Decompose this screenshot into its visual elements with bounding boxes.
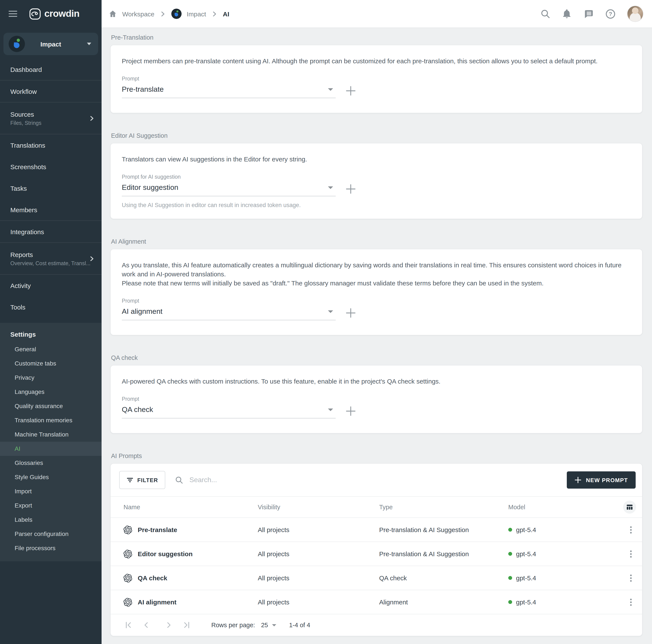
sidebar-item-ai[interactable]: AI <box>0 442 102 456</box>
crowdin-logo[interactable]: crowdin <box>29 8 79 20</box>
rows-per-page-select[interactable]: 25 <box>261 622 268 628</box>
openai-icon <box>124 598 132 606</box>
hamburger-menu-icon[interactable] <box>0 9 26 19</box>
breadcrumb-project-avatar <box>171 9 182 19</box>
new-prompt-button-label: NEW PROMPT <box>586 477 628 483</box>
section-title-ai-prompts: AI Prompts <box>111 452 643 459</box>
chevron-right-icon <box>211 10 218 17</box>
qa-check-description: AI-powered QA checks with custom instruc… <box>122 377 631 386</box>
chevron-down-icon <box>87 43 91 45</box>
filter-button[interactable]: FILTER <box>119 471 165 489</box>
table-header: Name Visibility Type Model <box>111 497 642 517</box>
chevron-down-icon[interactable] <box>272 624 276 626</box>
sidebar-item-tools[interactable]: Tools <box>0 296 102 318</box>
add-prompt-icon[interactable] <box>345 183 356 194</box>
editor-suggestion-description: Translators can view AI suggestions in t… <box>122 155 631 164</box>
sidebar-item-general[interactable]: General <box>0 342 102 356</box>
prompts-toolbar: FILTER NEW PROMPT <box>111 464 642 497</box>
notifications-bell-icon[interactable] <box>562 9 572 19</box>
card-ai-prompts: FILTER NEW PROMPT Name <box>110 463 643 636</box>
sidebar-item-labels[interactable]: Labels <box>0 513 102 527</box>
filter-button-label: FILTER <box>137 477 158 483</box>
table-row[interactable]: Pre-translate All projects Pre-translati… <box>111 517 642 541</box>
messages-icon[interactable] <box>583 8 594 19</box>
sidebar-item-reports-sub: Overview, Cost estimate, Transl... <box>10 260 92 266</box>
topbar-actions: ? <box>540 6 643 22</box>
row-menu-icon[interactable] <box>626 525 636 535</box>
sidebar-item-file-processors[interactable]: File processors <box>0 541 102 555</box>
user-avatar[interactable] <box>627 6 643 22</box>
qa-check-prompt-select[interactable]: QA check <box>122 402 336 419</box>
project-switcher[interactable]: Impact <box>3 33 98 55</box>
sidebar-item-glossaries[interactable]: Glossaries <box>0 456 102 470</box>
sidebar-item-export[interactable]: Export <box>0 499 102 513</box>
add-prompt-icon[interactable] <box>345 85 356 97</box>
next-page-icon[interactable] <box>164 620 173 630</box>
sidebar-item-style-guides[interactable]: Style Guides <box>0 470 102 484</box>
sidebar-item-parser-configuration[interactable]: Parser configuration <box>0 527 102 541</box>
sidebar-item-workflow[interactable]: Workflow <box>0 80 102 102</box>
column-header-type: Type <box>379 504 508 511</box>
sidebar-item-tasks[interactable]: Tasks <box>0 177 102 199</box>
row-menu-icon[interactable] <box>626 573 636 583</box>
sidebar-item-machine-translation[interactable]: Machine Translation <box>0 427 102 442</box>
qa-check-prompt-value: QA check <box>122 405 153 414</box>
prompt-type: Alignment <box>379 598 508 606</box>
filter-icon <box>127 477 133 483</box>
ai-alignment-prompt-select[interactable]: AI alignment <box>122 304 336 320</box>
sidebar-item-languages[interactable]: Languages <box>0 385 102 399</box>
editor-suggestion-prompt-value: Editor suggestion <box>122 183 179 192</box>
sidebar-item-quality-assurance[interactable]: Quality assurance <box>0 399 102 413</box>
prompt-visibility: All projects <box>258 574 379 582</box>
sidebar-item-members[interactable]: Members <box>0 199 102 220</box>
first-page-icon[interactable] <box>124 620 133 630</box>
breadcrumb-current: AI <box>223 10 229 18</box>
new-prompt-button[interactable]: NEW PROMPT <box>567 472 636 489</box>
breadcrumb: Workspace Impact AI <box>108 9 229 19</box>
search-icon[interactable] <box>540 9 550 19</box>
previous-page-icon[interactable] <box>142 620 151 630</box>
prompt-model: gpt-5.4 <box>516 598 536 606</box>
sidebar-item-sources[interactable]: Sources Files, Strings <box>0 103 102 134</box>
prompt-field-label: Prompt <box>122 76 631 82</box>
search-input[interactable] <box>189 476 567 484</box>
table-row[interactable]: AI alignment All projects Alignment gpt-… <box>111 590 642 614</box>
sidebar-settings-title: Settings <box>0 327 102 342</box>
breadcrumb-project[interactable]: Impact <box>187 10 206 18</box>
sidebar-item-translation-memories[interactable]: Translation memories <box>0 413 102 427</box>
section-title-editor-ai-suggestion: Editor AI Suggestion <box>111 132 643 139</box>
sidebar-nav: Dashboard Workflow Sources Files, String… <box>0 58 102 318</box>
model-status-dot <box>508 576 512 580</box>
pre-translation-prompt-value: Pre-translate <box>122 85 164 93</box>
breadcrumb-workspace[interactable]: Workspace <box>122 10 155 18</box>
sidebar-item-translations[interactable]: Translations <box>0 134 102 156</box>
sidebar-item-customize-tabs[interactable]: Customize tabs <box>0 356 102 371</box>
home-icon[interactable] <box>108 9 117 18</box>
sidebar-item-screenshots[interactable]: Screenshots <box>0 156 102 177</box>
sidebar-item-privacy[interactable]: Privacy <box>0 371 102 385</box>
sidebar-item-dashboard[interactable]: Dashboard <box>0 58 102 80</box>
help-icon[interactable]: ? <box>605 8 616 19</box>
columns-icon <box>626 503 633 511</box>
sidebar-item-activity[interactable]: Activity <box>0 275 102 296</box>
crowdin-logo-icon <box>29 8 41 20</box>
table-row[interactable]: QA check All projects QA check gpt-5.4 <box>111 566 642 590</box>
prompt-model: gpt-5.4 <box>516 550 536 558</box>
editor-suggestion-prompt-select[interactable]: Editor suggestion <box>122 180 336 196</box>
table-row[interactable]: Editor suggestion All projects Pre-trans… <box>111 541 642 566</box>
pre-translation-prompt-select[interactable]: Pre-translate <box>122 82 336 98</box>
column-settings-button[interactable] <box>623 501 636 514</box>
prompt-model: gpt-5.4 <box>516 526 536 533</box>
sidebar: crowdin Impact Dashboard Workflow Source… <box>0 0 102 644</box>
add-prompt-icon[interactable] <box>345 307 356 319</box>
row-menu-icon[interactable] <box>626 548 636 559</box>
row-menu-icon[interactable] <box>626 597 636 607</box>
sidebar-item-reports[interactable]: Reports Overview, Cost estimate, Transl.… <box>0 243 102 274</box>
sidebar-item-integrations[interactable]: Integrations <box>0 221 102 242</box>
pagination-range: 1-4 of 4 <box>289 622 310 628</box>
last-page-icon[interactable] <box>182 620 191 630</box>
sidebar-item-import[interactable]: Import <box>0 484 102 499</box>
logo-bar: crowdin <box>0 0 102 28</box>
prompt-field-label: Prompt for AI suggestion <box>122 174 631 180</box>
add-prompt-icon[interactable] <box>345 405 356 417</box>
